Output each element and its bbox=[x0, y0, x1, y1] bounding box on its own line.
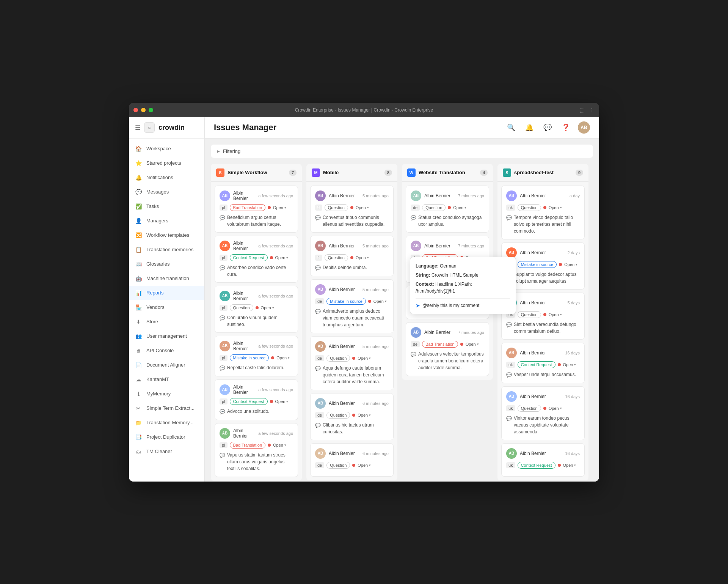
issue-card-m6[interactable]: AB Albin Bernier 6 minutes ago de Questi… bbox=[310, 443, 394, 477]
card-content-st3: Sint bestia verecundia defungo comm tami… bbox=[514, 321, 580, 335]
sidebar-item-vendors[interactable]: 🏪 Vendors bbox=[129, 300, 204, 315]
issue-card-m5[interactable]: AB Albin Bernier 6 minutes ago de Questi… bbox=[310, 393, 394, 440]
card-tag-sw4[interactable]: Mistake in source bbox=[230, 354, 269, 361]
card-tag-st1[interactable]: Question bbox=[518, 204, 541, 211]
issue-card-sw3[interactable]: AB Albin Bernier a few seconds ago pl Qu… bbox=[215, 286, 298, 333]
status-btn-sw4[interactable]: Open ▾ bbox=[276, 356, 290, 360]
card-tag-sw5[interactable]: Context Request bbox=[230, 398, 268, 405]
card-tag-sw6[interactable]: Bad Translation bbox=[230, 442, 265, 449]
card-tag-st6[interactable]: Context Request bbox=[518, 462, 555, 469]
card-tag-wt1[interactable]: Question bbox=[422, 204, 446, 211]
card-tag-sw1[interactable]: Bad Translation bbox=[230, 204, 265, 211]
sidebar-item-user-mgmt[interactable]: 👥 User management bbox=[129, 329, 204, 343]
sidebar-item-doc-aligner[interactable]: 📄 Document Aligner bbox=[129, 358, 204, 372]
extension-icon[interactable]: ⬚ bbox=[580, 107, 585, 113]
status-btn-st6[interactable]: Open ▾ bbox=[563, 463, 576, 468]
status-btn-st2[interactable]: Open ▾ bbox=[564, 262, 577, 267]
status-btn-st3[interactable]: Open ▾ bbox=[549, 312, 562, 317]
help-button[interactable]: ❓ bbox=[560, 121, 572, 134]
status-btn-sw1[interactable]: Open ▾ bbox=[273, 205, 286, 210]
issue-card-st5[interactable]: AB Albin Bernier 16 days uk Question Ope… bbox=[501, 386, 585, 440]
status-btn-m4[interactable]: Open ▾ bbox=[358, 356, 371, 360]
sidebar-item-proj-dup[interactable]: 📑 Project Duplicator bbox=[129, 430, 204, 444]
messages-button[interactable]: 💬 bbox=[541, 121, 554, 134]
card-tag-wt4[interactable]: Bad Translation bbox=[422, 341, 458, 348]
sidebar-item-glossaries[interactable]: 📖 Glossaries bbox=[129, 257, 204, 271]
sidebar-item-workspace[interactable]: 🏠 Workspace bbox=[129, 142, 204, 156]
sidebar-item-mymemory[interactable]: ℹ MyMemory bbox=[129, 387, 204, 401]
send-icon[interactable]: ➤ bbox=[416, 302, 420, 309]
status-btn-sw2[interactable]: Open ▾ bbox=[275, 255, 289, 260]
card-tag-m2[interactable]: Question bbox=[325, 254, 348, 261]
more-icon[interactable]: ⋮ bbox=[589, 107, 595, 113]
minimize-button[interactable] bbox=[141, 108, 146, 112]
card-tag-m6[interactable]: Question bbox=[326, 462, 350, 469]
issue-card-m1[interactable]: AB Albin Bernier 5 minutes ago fr Questi… bbox=[310, 186, 394, 233]
user-avatar[interactable]: AB bbox=[578, 121, 590, 134]
issue-card-sw2[interactable]: AB Albin Bernier a few seconds ago pl Co… bbox=[215, 236, 298, 283]
comment-input[interactable]: @serhiy this is my comment bbox=[422, 303, 510, 308]
sidebar-item-notifications[interactable]: 🔔 Notifications bbox=[129, 170, 204, 185]
card-avatar-st5: AB bbox=[506, 391, 517, 402]
card-tag-st5[interactable]: Question bbox=[518, 405, 541, 412]
sidebar-item-store[interactable]: ⬇ Store bbox=[129, 315, 204, 329]
status-btn-wt1[interactable]: Open ▾ bbox=[453, 205, 466, 210]
sidebar-item-tm-cleaner[interactable]: 🗂 TM Cleaner bbox=[129, 444, 204, 459]
card-tag-st3[interactable]: Question bbox=[518, 311, 541, 318]
status-btn-m1[interactable]: Open ▾ bbox=[356, 205, 369, 210]
issue-card-st1[interactable]: AB Albin Bernier a day uk Question Open … bbox=[501, 186, 585, 239]
search-button[interactable]: 🔍 bbox=[505, 121, 517, 134]
sidebar-item-starred[interactable]: ⭐ Starred projects bbox=[129, 156, 204, 170]
col-count-website-translation: 4 bbox=[480, 170, 488, 176]
status-btn-st4[interactable]: Open ▾ bbox=[563, 362, 576, 367]
card-tag-st4[interactable]: Context Request bbox=[518, 361, 555, 368]
status-btn-sw6[interactable]: Open ▾ bbox=[273, 443, 286, 447]
status-btn-st1[interactable]: Open ▾ bbox=[549, 205, 562, 210]
maximize-button[interactable] bbox=[149, 108, 153, 112]
sidebar-item-kantanmt[interactable]: ☁ KantanMT bbox=[129, 372, 204, 387]
card-tag-m1[interactable]: Question bbox=[325, 204, 348, 211]
issue-card-wt4[interactable]: AB Albin Bernier 7 minutes ago de Bad Tr… bbox=[406, 322, 489, 376]
card-tag-m4[interactable]: Question bbox=[326, 355, 350, 362]
sidebar-item-memories[interactable]: 📋 Translation memories bbox=[129, 242, 204, 257]
status-btn-st5[interactable]: Open ▾ bbox=[549, 406, 562, 411]
status-btn-sw5[interactable]: Open ▾ bbox=[275, 399, 289, 404]
card-tag-st2[interactable]: Mistake in source bbox=[518, 261, 557, 268]
card-name-st6: Albin Bernier bbox=[520, 451, 562, 456]
status-btn-sw3[interactable]: Open ▾ bbox=[261, 305, 274, 310]
sidebar-item-tm-cloud[interactable]: 📁 Translation Memory... bbox=[129, 416, 204, 430]
sidebar-item-api-console[interactable]: 🖥 API Console bbox=[129, 343, 204, 358]
issue-card-sw4[interactable]: AB Albin Bernier a few seconds ago pl Mi… bbox=[215, 336, 298, 376]
sidebar-item-messages[interactable]: 💬 Messages bbox=[129, 185, 204, 199]
issue-card-st4[interactable]: AB Albin Bernier 16 days uk Context Requ… bbox=[501, 343, 585, 383]
card-tag-m5[interactable]: Question bbox=[326, 412, 350, 419]
sidebar-item-managers[interactable]: 👤 Managers bbox=[129, 214, 204, 228]
issue-card-m3[interactable]: AB Albin Bernier 5 minutes ago de Mistak… bbox=[310, 279, 394, 333]
issue-card-wt2[interactable]: AB Albin Bernier 7 minutes ago de Bad Tr… bbox=[406, 236, 489, 283]
status-btn-wt4[interactable]: Open ▾ bbox=[466, 342, 479, 346]
issue-card-st6[interactable]: AB Albin Bernier 16 days uk Context Requ… bbox=[501, 443, 585, 477]
issue-card-m2[interactable]: AB Albin Bernier 5 minutes ago fr Questi… bbox=[310, 236, 394, 276]
sidebar-item-simple-term[interactable]: ✂ Simple Term Extract... bbox=[129, 401, 204, 416]
status-btn-m3[interactable]: Open ▾ bbox=[373, 299, 387, 304]
issue-card-wt1[interactable]: AB Albin Bernier 7 minutes ago de Questi… bbox=[406, 186, 489, 233]
notifications-button[interactable]: 🔔 bbox=[523, 121, 535, 134]
sidebar-item-tasks[interactable]: ✅ Tasks bbox=[129, 199, 204, 214]
card-tag-sw2[interactable]: Context Request bbox=[230, 254, 268, 261]
issue-card-sw6[interactable]: AB Albin Bernier a few seconds ago pl Ba… bbox=[215, 423, 298, 477]
issue-card-sw5[interactable]: AB Albin Bernier a few seconds ago pl Co… bbox=[215, 379, 298, 420]
close-button[interactable] bbox=[133, 108, 138, 112]
card-tag-m3[interactable]: Mistake in source bbox=[326, 298, 366, 305]
sidebar-item-machine[interactable]: 🤖 Machine translation bbox=[129, 271, 204, 286]
sidebar-item-workflow[interactable]: 🔀 Workflow templates bbox=[129, 228, 204, 242]
status-btn-m2[interactable]: Open ▾ bbox=[356, 255, 369, 260]
status-btn-m6[interactable]: Open ▾ bbox=[358, 463, 371, 468]
hamburger-icon[interactable]: ☰ bbox=[135, 124, 140, 131]
issue-card-m4[interactable]: AB Albin Bernier 5 minutes ago de Questi… bbox=[310, 336, 394, 390]
status-btn-m5[interactable]: Open ▾ bbox=[358, 413, 371, 417]
issue-card-sw1[interactable]: AB Albin Bernier a few seconds ago pl Ba… bbox=[215, 186, 298, 233]
filter-bar[interactable]: ▶ Filtering bbox=[211, 145, 593, 158]
card-tag-sw3[interactable]: Question bbox=[230, 304, 253, 311]
logo-icon: c bbox=[144, 122, 155, 133]
sidebar-item-reports[interactable]: 📊 Reports bbox=[129, 286, 204, 300]
